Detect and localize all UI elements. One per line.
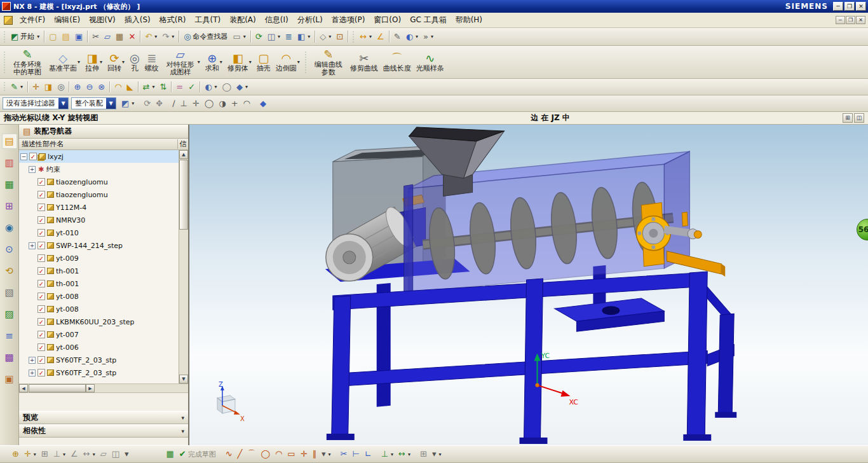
wcs-dynamics-icon[interactable]: ◆ xyxy=(257,97,269,110)
profile-icon[interactable]: ∿ xyxy=(223,448,235,460)
shell-button[interactable]: ▢抽壳 xyxy=(254,46,273,78)
move-face-icon[interactable]: ⇄▾ xyxy=(140,81,158,93)
checkbox[interactable]: ✓ xyxy=(37,204,45,211)
menu-item-1[interactable]: 编辑(E) xyxy=(50,13,85,27)
pattern-feature-button[interactable]: ▱对特征形成图样▾ xyxy=(161,46,203,78)
checkbox[interactable]: ✓ xyxy=(29,153,37,160)
mirror-snap-icon[interactable]: ◫ xyxy=(109,448,122,460)
subtract-small-icon[interactable]: ⊖ xyxy=(83,81,95,93)
toolbar-grip[interactable] xyxy=(3,31,6,43)
preview-section[interactable]: 预览 ▾ xyxy=(19,411,188,424)
checkbox[interactable]: ✓ xyxy=(37,331,45,338)
mdi-restore-button[interactable]: ❐ xyxy=(846,16,855,24)
toolbar-grip[interactable] xyxy=(304,51,308,74)
menu-item-8[interactable]: 分析(L) xyxy=(293,13,327,27)
more-tools-icon[interactable]: »▾ xyxy=(421,31,436,43)
tree-item-3[interactable]: ✓tiaozengluomu xyxy=(19,188,179,201)
expander-icon[interactable]: − xyxy=(20,153,27,160)
tree-item-15[interactable]: ✓yt-006 xyxy=(19,341,179,354)
redo-icon[interactable]: ↷▾ xyxy=(159,31,177,43)
hole-button[interactable]: ◎孔 xyxy=(127,46,142,78)
assembly-navigator-tab[interactable]: ▤ xyxy=(2,134,17,149)
extrude-button[interactable]: ◨拉伸▾ xyxy=(83,46,105,78)
touch-mode-icon[interactable]: ▭▾ xyxy=(231,31,248,43)
rectangle-icon[interactable]: ▭ xyxy=(285,448,297,460)
quick-extend-icon[interactable]: ⊢ xyxy=(349,448,362,460)
selection-scope-combo[interactable]: 整个装配 ▼ xyxy=(71,97,116,109)
revolve-button[interactable]: ⟳回转▾ xyxy=(105,46,127,78)
chevron-down-icon[interactable]: ▾ xyxy=(181,415,184,421)
menu-item-2[interactable]: 视图(V) xyxy=(85,13,120,27)
menu-item-5[interactable]: 工具(T) xyxy=(190,13,225,27)
cut-icon[interactable]: ✂ xyxy=(90,31,102,43)
checkbox[interactable]: ✓ xyxy=(37,216,45,224)
tree-item-10[interactable]: ✓th-001 xyxy=(19,277,179,290)
expander-icon[interactable]: + xyxy=(29,370,36,377)
smooth-spline-button[interactable]: ∿光顺样条 xyxy=(414,46,447,78)
paste-icon[interactable]: ▦ xyxy=(113,31,126,43)
expressions-icon[interactable]: = xyxy=(173,81,186,93)
toolbar-grip[interactable] xyxy=(352,31,355,43)
datum-csys[interactable]: Z X xyxy=(217,381,245,422)
fillet-icon[interactable]: ◠ xyxy=(273,448,285,460)
pattern-snap-icon[interactable]: ▱ xyxy=(98,448,109,460)
tree-item-12[interactable]: ✓yt-008 xyxy=(19,303,179,315)
command-finder-button[interactable]: ◎命令查找器 xyxy=(181,30,230,43)
tree-item-0[interactable]: −✓lxyzj xyxy=(19,150,179,163)
snap-existing-point-icon[interactable]: + xyxy=(229,97,241,110)
snap-intersection-icon[interactable]: ✛ xyxy=(190,97,202,110)
more-snap-icon[interactable]: ▾ xyxy=(122,448,132,460)
sketch-options-icon[interactable]: ▾▾ xyxy=(430,448,444,460)
horizontal-scrollbar[interactable]: ◀ ▶ xyxy=(19,384,188,393)
chevron-down-icon[interactable]: ▼ xyxy=(106,98,116,109)
menu-item-3[interactable]: 插入(S) xyxy=(120,13,155,27)
checkbox[interactable]: ✓ xyxy=(37,305,45,313)
measure-distance-icon[interactable]: ↔▾ xyxy=(357,31,374,43)
snapshot-icon[interactable]: ⊡ xyxy=(334,31,346,43)
tree-item-11[interactable]: ✓yt-008 xyxy=(19,290,179,303)
edit-curve-parameters-button[interactable]: ✎编辑曲线参数 xyxy=(309,46,348,78)
quick-trim-icon[interactable]: ✂ xyxy=(338,448,350,460)
snap-settings-icon[interactable]: ⊕ xyxy=(10,448,22,460)
selection-filter-combo[interactable]: 没有选择过滤器 ▼ xyxy=(3,97,69,109)
line-icon[interactable]: ╱ xyxy=(235,448,245,460)
dimension-snap-icon[interactable]: ↔▾ xyxy=(81,448,98,460)
sketch-grid-icon[interactable]: ▦ xyxy=(163,448,176,460)
angle-snap-icon[interactable]: ∠ xyxy=(68,448,81,460)
dimensions-icon[interactable]: ↔▾ xyxy=(396,448,413,460)
window-icon[interactable]: ◫▾ xyxy=(265,31,283,43)
scrollbar-thumb[interactable] xyxy=(29,384,86,392)
chevron-down-icon[interactable]: ▾ xyxy=(181,428,184,434)
datum-csys-icon[interactable]: ✛ xyxy=(30,81,42,93)
tree-item-2[interactable]: ✓tiaozengluomu xyxy=(19,176,179,188)
checkbox[interactable]: ✓ xyxy=(37,369,45,377)
ortho-icon[interactable]: ⊥▾ xyxy=(51,448,68,460)
open-file-icon[interactable]: ▤ xyxy=(60,31,72,43)
menu-item-11[interactable]: GC 工具箱 xyxy=(405,13,451,27)
dependencies-section[interactable]: 相依性 ▾ xyxy=(19,424,188,438)
point-icon[interactable]: ✛ xyxy=(298,448,310,460)
show-hide-icon[interactable]: ◐▾ xyxy=(403,31,421,43)
vertical-scrollbar[interactable]: ▲ ▼ xyxy=(179,150,188,384)
menu-item-12[interactable]: 帮助(H) xyxy=(451,13,487,27)
save-icon[interactable]: ▣ xyxy=(72,31,85,43)
scroll-up-icon[interactable]: ▲ xyxy=(179,150,188,159)
more-curves-icon[interactable]: ▾▾ xyxy=(319,448,334,460)
menu-item-9[interactable]: 首选项(P) xyxy=(327,13,370,27)
circle-icon[interactable]: ◯ xyxy=(258,448,273,460)
tree-item-6[interactable]: ✓yt-010 xyxy=(19,226,179,239)
datum-plane-button[interactable]: ◇基准平面▾ xyxy=(46,46,83,78)
checkbox[interactable]: ✓ xyxy=(37,242,45,249)
checkbox[interactable]: ✓ xyxy=(37,343,45,351)
menu-item-10[interactable]: 窗口(O) xyxy=(369,13,405,27)
reuse-library-tab[interactable]: ⊞ xyxy=(2,198,17,214)
gateway-tab[interactable]: ▣ xyxy=(2,371,17,387)
expander-icon[interactable]: + xyxy=(29,242,36,249)
menu-item-7[interactable]: 信息(I) xyxy=(261,13,293,27)
close-button[interactable]: ✕ xyxy=(856,2,866,11)
tree-item-13[interactable]: ✓LKBMK60UU_203_step xyxy=(19,315,179,328)
hd3d-tool-tab[interactable]: ◉ xyxy=(2,220,17,235)
unite-small-icon[interactable]: ⊕ xyxy=(71,81,83,93)
copy-icon[interactable]: ▱ xyxy=(102,31,113,43)
task-environment-sketch-button[interactable]: ✎任务环境中的草图 xyxy=(8,46,46,78)
